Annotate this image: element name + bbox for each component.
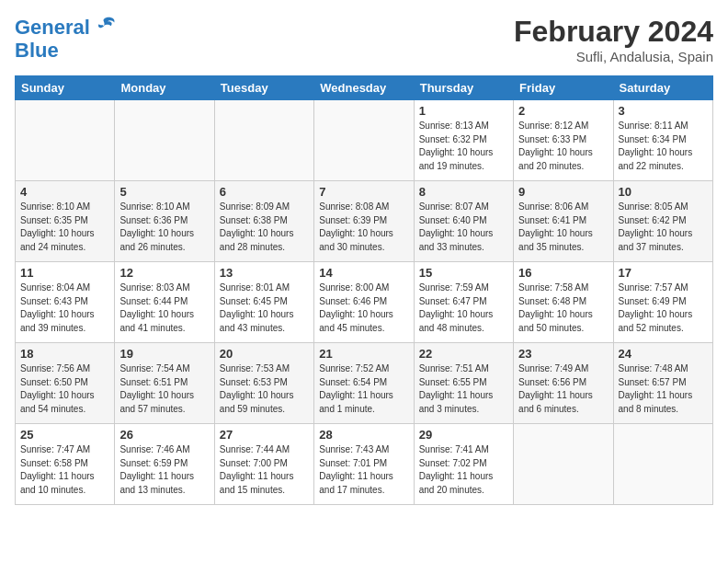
- day-info: Sunrise: 8:10 AMSunset: 6:35 PMDaylight:…: [20, 201, 109, 254]
- calendar-cell: 22Sunrise: 7:51 AMSunset: 6:55 PMDayligh…: [414, 343, 513, 424]
- day-number: 8: [419, 185, 508, 199]
- day-info: Sunrise: 8:11 AMSunset: 6:34 PMDaylight:…: [619, 120, 708, 173]
- day-number: 22: [419, 347, 508, 361]
- calendar-cell: 6Sunrise: 8:09 AMSunset: 6:38 PMDaylight…: [214, 181, 313, 262]
- calendar-cell: 28Sunrise: 7:43 AMSunset: 7:01 PMDayligh…: [314, 424, 414, 505]
- day-info: Sunrise: 8:09 AMSunset: 6:38 PMDaylight:…: [220, 201, 309, 254]
- day-number: 19: [119, 347, 209, 361]
- day-number: 11: [20, 266, 109, 280]
- calendar-cell: 19Sunrise: 7:54 AMSunset: 6:51 PMDayligh…: [115, 343, 214, 424]
- calendar-cell: [214, 100, 313, 181]
- calendar-week-row: 4Sunrise: 8:10 AMSunset: 6:35 PMDaylight…: [16, 181, 713, 262]
- day-info: Sunrise: 8:00 AMSunset: 6:46 PMDaylight:…: [319, 282, 408, 335]
- day-info: Sunrise: 7:57 AMSunset: 6:49 PMDaylight:…: [619, 282, 708, 335]
- day-number: 9: [518, 185, 608, 199]
- calendar-cell: 21Sunrise: 7:52 AMSunset: 6:54 PMDayligh…: [314, 343, 414, 424]
- calendar-cell: [16, 100, 115, 181]
- calendar-cell: 15Sunrise: 7:59 AMSunset: 6:47 PMDayligh…: [414, 262, 513, 343]
- day-number: 6: [220, 185, 309, 199]
- calendar-cell: 26Sunrise: 7:46 AMSunset: 6:59 PMDayligh…: [115, 424, 214, 505]
- calendar-cell: [514, 424, 613, 505]
- weekday-header-tuesday: Tuesday: [214, 76, 313, 100]
- calendar-cell: 9Sunrise: 8:06 AMSunset: 6:41 PMDaylight…: [514, 181, 613, 262]
- month-title: February 2024: [514, 15, 713, 49]
- calendar-cell: 14Sunrise: 8:00 AMSunset: 6:46 PMDayligh…: [314, 262, 414, 343]
- day-info: Sunrise: 7:54 AMSunset: 6:51 PMDaylight:…: [119, 362, 209, 416]
- day-number: 5: [119, 185, 209, 199]
- weekday-header-sunday: Sunday: [16, 76, 115, 100]
- day-number: 26: [119, 428, 209, 442]
- day-info: Sunrise: 7:48 AMSunset: 6:57 PMDaylight:…: [619, 362, 708, 416]
- calendar-cell: 23Sunrise: 7:49 AMSunset: 6:56 PMDayligh…: [514, 343, 613, 424]
- day-number: 3: [619, 104, 708, 118]
- day-info: Sunrise: 7:43 AMSunset: 7:01 PMDaylight:…: [319, 443, 408, 497]
- day-info: Sunrise: 8:06 AMSunset: 6:41 PMDaylight:…: [518, 201, 608, 254]
- day-number: 23: [518, 347, 608, 361]
- day-info: Sunrise: 8:08 AMSunset: 6:39 PMDaylight:…: [319, 201, 408, 254]
- day-number: 2: [518, 104, 608, 118]
- calendar-cell: 29Sunrise: 7:41 AMSunset: 7:02 PMDayligh…: [414, 424, 513, 505]
- calendar-cell: [613, 424, 712, 505]
- calendar-cell: 10Sunrise: 8:05 AMSunset: 6:42 PMDayligh…: [613, 181, 712, 262]
- day-number: 21: [319, 347, 408, 361]
- day-info: Sunrise: 7:51 AMSunset: 6:55 PMDaylight:…: [419, 362, 508, 416]
- logo-blue-text: Blue: [15, 40, 118, 61]
- day-info: Sunrise: 8:03 AMSunset: 6:44 PMDaylight:…: [119, 282, 209, 335]
- day-number: 12: [119, 266, 209, 280]
- calendar-cell: 3Sunrise: 8:11 AMSunset: 6:34 PMDaylight…: [613, 100, 712, 181]
- day-info: Sunrise: 7:46 AMSunset: 6:59 PMDaylight:…: [119, 443, 209, 497]
- calendar-cell: 27Sunrise: 7:44 AMSunset: 7:00 PMDayligh…: [214, 424, 313, 505]
- weekday-header-saturday: Saturday: [613, 76, 712, 100]
- day-number: 15: [419, 266, 508, 280]
- calendar-cell: 12Sunrise: 8:03 AMSunset: 6:44 PMDayligh…: [115, 262, 214, 343]
- calendar-table: SundayMondayTuesdayWednesdayThursdayFrid…: [15, 75, 713, 505]
- day-info: Sunrise: 7:52 AMSunset: 6:54 PMDaylight:…: [319, 362, 408, 416]
- calendar-cell: 16Sunrise: 7:58 AMSunset: 6:48 PMDayligh…: [514, 262, 613, 343]
- day-info: Sunrise: 7:56 AMSunset: 6:50 PMDaylight:…: [20, 362, 109, 416]
- day-number: 4: [20, 185, 109, 199]
- day-info: Sunrise: 7:49 AMSunset: 6:56 PMDaylight:…: [518, 362, 608, 416]
- day-info: Sunrise: 8:10 AMSunset: 6:36 PMDaylight:…: [119, 201, 209, 254]
- day-info: Sunrise: 7:59 AMSunset: 6:47 PMDaylight:…: [419, 282, 508, 335]
- day-number: 20: [220, 347, 309, 361]
- logo: General Blue: [15, 15, 118, 61]
- day-number: 28: [319, 428, 408, 442]
- weekday-header-monday: Monday: [115, 76, 214, 100]
- calendar-cell: [314, 100, 414, 181]
- calendar-cell: 5Sunrise: 8:10 AMSunset: 6:36 PMDaylight…: [115, 181, 214, 262]
- day-number: 1: [419, 104, 508, 118]
- weekday-header-thursday: Thursday: [414, 76, 513, 100]
- calendar-week-row: 11Sunrise: 8:04 AMSunset: 6:43 PMDayligh…: [16, 262, 713, 343]
- day-number: 18: [20, 347, 109, 361]
- day-info: Sunrise: 8:04 AMSunset: 6:43 PMDaylight:…: [20, 282, 109, 335]
- calendar-cell: 17Sunrise: 7:57 AMSunset: 6:49 PMDayligh…: [613, 262, 712, 343]
- calendar-week-row: 25Sunrise: 7:47 AMSunset: 6:58 PMDayligh…: [16, 424, 713, 505]
- day-info: Sunrise: 7:53 AMSunset: 6:53 PMDaylight:…: [220, 362, 309, 416]
- logo-bird-icon: [92, 15, 118, 40]
- location-text: Sufli, Andalusia, Spain: [514, 49, 713, 64]
- day-number: 17: [619, 266, 708, 280]
- weekday-header-row: SundayMondayTuesdayWednesdayThursdayFrid…: [16, 76, 713, 100]
- day-info: Sunrise: 8:01 AMSunset: 6:45 PMDaylight:…: [220, 282, 309, 335]
- day-info: Sunrise: 7:41 AMSunset: 7:02 PMDaylight:…: [419, 443, 508, 497]
- day-number: 29: [419, 428, 508, 442]
- day-info: Sunrise: 7:47 AMSunset: 6:58 PMDaylight:…: [20, 443, 109, 497]
- logo-text: General: [15, 17, 90, 39]
- calendar-week-row: 18Sunrise: 7:56 AMSunset: 6:50 PMDayligh…: [16, 343, 713, 424]
- day-number: 16: [518, 266, 608, 280]
- calendar-week-row: 1Sunrise: 8:13 AMSunset: 6:32 PMDaylight…: [16, 100, 713, 181]
- day-number: 13: [220, 266, 309, 280]
- day-number: 10: [619, 185, 708, 199]
- page-header: General Blue February 2024 Sufli, Andalu…: [15, 15, 713, 64]
- weekday-header-friday: Friday: [514, 76, 613, 100]
- calendar-cell: 18Sunrise: 7:56 AMSunset: 6:50 PMDayligh…: [16, 343, 115, 424]
- day-number: 7: [319, 185, 408, 199]
- day-number: 25: [20, 428, 109, 442]
- day-info: Sunrise: 7:44 AMSunset: 7:00 PMDaylight:…: [220, 443, 309, 497]
- day-number: 24: [619, 347, 708, 361]
- calendar-cell: 2Sunrise: 8:12 AMSunset: 6:33 PMDaylight…: [514, 100, 613, 181]
- calendar-cell: 4Sunrise: 8:10 AMSunset: 6:35 PMDaylight…: [16, 181, 115, 262]
- calendar-cell: 24Sunrise: 7:48 AMSunset: 6:57 PMDayligh…: [613, 343, 712, 424]
- title-block: February 2024 Sufli, Andalusia, Spain: [514, 15, 713, 64]
- day-number: 14: [319, 266, 408, 280]
